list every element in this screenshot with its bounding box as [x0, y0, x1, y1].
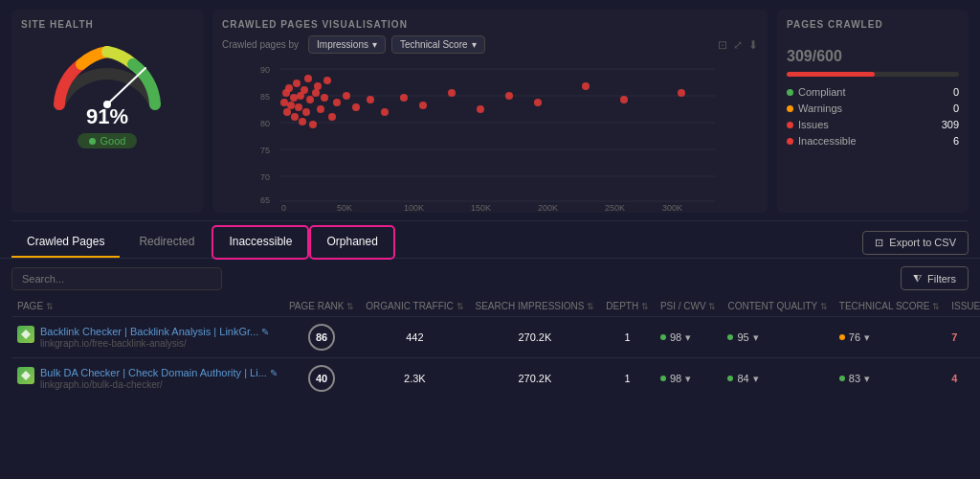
download-icon: ⬇ [748, 38, 758, 52]
psi-score: 98 ▾ [660, 373, 691, 385]
diamond-icon [20, 370, 32, 381]
pages-table: PAGE ⇅PAGE RANK ⇅ORGANIC TRAFFIC ⇅SEARCH… [11, 296, 980, 399]
ts-chevron[interactable]: ▾ [864, 331, 870, 344]
col-header-psiCwv[interactable]: PSI / CWV ⇅ [655, 296, 723, 317]
technical-score-dropdown[interactable]: Technical Score ▾ [391, 35, 485, 54]
ts-score: 83 ▾ [839, 373, 870, 385]
page-info: Bulk DA Checker | Check Domain Authority… [17, 367, 278, 390]
svg-point-26 [287, 102, 295, 109]
svg-point-25 [285, 84, 293, 92]
svg-point-50 [419, 102, 427, 109]
viz-title: CRAWLED PAGES VISUALISATION [222, 19, 408, 30]
svg-point-34 [302, 108, 310, 116]
tab-inaccessible[interactable]: Inaccessible [213, 227, 307, 258]
table-row: Bulk DA Checker | Check Domain Authority… [11, 358, 980, 399]
ts-chevron[interactable]: ▾ [864, 373, 870, 385]
svg-point-44 [333, 99, 341, 106]
filters-button[interactable]: ⧨ Filters [901, 266, 969, 290]
tabs-row: Crawled PagesRedirectedInaccessibleOrpha… [0, 221, 980, 259]
svg-point-36 [306, 96, 314, 103]
cq-chevron[interactable]: ▾ [753, 373, 759, 385]
col-header-page[interactable]: PAGE ⇅ [11, 296, 283, 317]
svg-point-24 [283, 108, 291, 116]
impressions-dropdown[interactable]: Impressions ▾ [308, 35, 386, 54]
cell-search-impressions: 270.2K [470, 358, 601, 399]
grid-icon: ⊡ [718, 38, 727, 52]
col-header-organicTraffic[interactable]: ORGANIC TRAFFIC ⇅ [360, 296, 469, 317]
tab-crawled-pages[interactable]: Crawled Pages [11, 227, 120, 258]
stat-dot [787, 122, 793, 128]
svg-point-41 [321, 94, 328, 102]
gauge-dot [89, 138, 96, 145]
gauge-container: 91% Good [21, 37, 193, 148]
cell-search-impressions: 270.2K [470, 317, 601, 358]
psi-chevron[interactable]: ▾ [685, 331, 691, 344]
page-icon [17, 367, 34, 384]
rank-badge: 40 [308, 365, 335, 392]
svg-point-35 [304, 75, 312, 82]
svg-text:150K: 150K [471, 203, 491, 213]
col-header-pageRank[interactable]: PAGE RANK ⇅ [283, 296, 360, 317]
progress-bar-fill [787, 72, 875, 77]
cell-issues: 7 [946, 317, 980, 358]
cq-value: 84 [737, 373, 748, 384]
col-header-searchImpressions[interactable]: SEARCH IMPRESSIONS ⇅ [470, 296, 601, 317]
psi-dot [660, 334, 666, 340]
svg-text:200K: 200K [538, 203, 558, 213]
svg-point-45 [343, 92, 350, 100]
col-header-technicalScore[interactable]: TECHNICAL SCORE ⇅ [834, 296, 946, 317]
stat-label: Issues [787, 119, 829, 130]
export-icon: ⊡ [875, 237, 883, 249]
cq-dot [727, 334, 733, 340]
sort-icon: ⇅ [346, 302, 354, 311]
cq-score: 95 ▾ [727, 331, 758, 344]
svg-text:70: 70 [260, 172, 270, 182]
export-csv-button[interactable]: ⊡ Export to CSV [862, 231, 969, 255]
svg-point-54 [534, 99, 542, 106]
gauge-svg [45, 37, 169, 114]
svg-point-49 [400, 94, 408, 102]
stat-dot [787, 138, 793, 145]
site-health-title: SITE HEALTH [21, 19, 193, 30]
svg-text:0: 0 [281, 203, 286, 213]
svg-marker-58 [21, 330, 31, 339]
svg-text:100K: 100K [404, 203, 424, 213]
issues-value: 4 [951, 373, 957, 384]
cell-psi-cwv: 98 ▾ [655, 317, 723, 358]
search-input[interactable] [11, 267, 222, 290]
tab-redirected[interactable]: Redirected [123, 227, 210, 258]
cq-chevron[interactable]: ▾ [753, 331, 759, 344]
tab-orphaned[interactable]: Orphaned [311, 227, 392, 258]
stat-row: Warnings 0 [787, 103, 959, 114]
cell-depth: 1 [600, 358, 655, 399]
stat-value: 0 [953, 86, 959, 98]
col-header-issues[interactable]: ISSUES ⇅ [946, 296, 980, 317]
psi-score: 98 ▾ [660, 331, 691, 344]
expand-icon: ⤢ [733, 38, 743, 52]
col-header-depth[interactable]: DEPTH ⇅ [600, 296, 655, 317]
svg-point-52 [477, 105, 484, 113]
cell-content-quality: 95 ▾ [722, 317, 833, 358]
issues-value: 7 [951, 331, 957, 343]
cell-page-rank: 86 [283, 317, 360, 358]
svg-point-47 [367, 96, 374, 103]
cq-value: 95 [737, 331, 748, 343]
svg-point-28 [291, 113, 299, 121]
cell-content-quality: 84 ▾ [722, 358, 833, 399]
table-body: Backlink Checker | Backlink Analysis | L… [11, 317, 980, 399]
psi-chevron[interactable]: ▾ [685, 373, 691, 385]
stat-label: Inaccessible [787, 135, 857, 147]
stat-label-text: Warnings [798, 103, 842, 114]
svg-point-51 [448, 89, 456, 97]
col-header-contentQuality[interactable]: CONTENT QUALITY ⇅ [722, 296, 833, 317]
filter-icon: ⧨ [913, 272, 922, 285]
stat-row: Inaccessible 6 [787, 135, 959, 147]
cell-technical-score: 76 ▾ [834, 317, 946, 358]
svg-point-40 [317, 105, 324, 113]
svg-text:80: 80 [260, 119, 270, 128]
ts-value: 83 [849, 373, 860, 384]
page-title[interactable]: Backlink Checker | Backlink Analysis | L… [40, 326, 269, 337]
cell-depth: 1 [600, 317, 655, 358]
svg-point-37 [309, 121, 317, 128]
page-title[interactable]: Bulk DA Checker | Check Domain Authority… [40, 367, 278, 378]
